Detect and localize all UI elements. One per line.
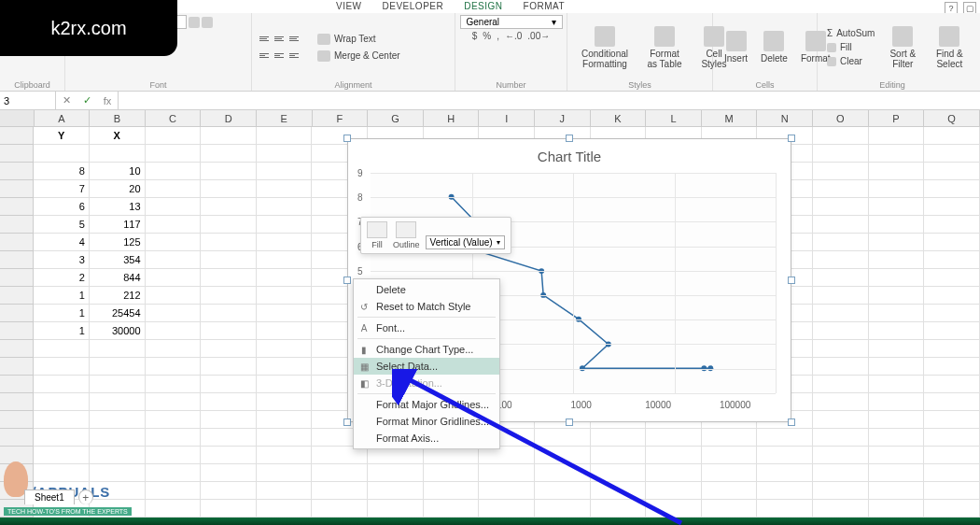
cell[interactable] — [924, 287, 980, 305]
cell[interactable] — [146, 251, 202, 269]
cell[interactable] — [146, 127, 202, 145]
cell[interactable] — [869, 180, 925, 198]
increase-font-icon[interactable] — [189, 17, 200, 28]
cell[interactable] — [201, 251, 257, 269]
cell[interactable] — [702, 482, 758, 500]
cell[interactable] — [924, 180, 980, 198]
cell[interactable] — [757, 429, 813, 447]
row-header[interactable] — [0, 163, 34, 180]
cell[interactable] — [702, 500, 758, 518]
cell[interactable] — [90, 376, 146, 393]
cell[interactable] — [424, 464, 480, 482]
cell[interactable] — [201, 447, 257, 464]
ctx-change-chart-type[interactable]: ▮Change Chart Type... — [354, 341, 499, 358]
cell[interactable]: 2 — [34, 269, 90, 287]
ctx-format-axis[interactable]: Format Axis... — [354, 430, 499, 447]
cell[interactable] — [146, 393, 202, 411]
autosum-button[interactable]: ΣAutoSum — [825, 27, 876, 39]
cell[interactable] — [869, 482, 925, 500]
align-left-icon[interactable] — [259, 50, 273, 63]
decrease-font-icon[interactable] — [202, 17, 213, 28]
cell[interactable] — [201, 198, 257, 216]
cell[interactable] — [257, 287, 313, 305]
cell[interactable] — [924, 411, 980, 429]
cell[interactable] — [312, 464, 368, 482]
cell[interactable] — [813, 145, 869, 163]
cell[interactable]: X — [90, 127, 146, 145]
ctx-font[interactable]: AFont... — [354, 319, 499, 336]
cell[interactable] — [924, 447, 980, 464]
cell[interactable] — [924, 464, 980, 482]
cell[interactable] — [924, 376, 980, 393]
cell[interactable] — [757, 464, 813, 482]
cell[interactable] — [924, 500, 980, 518]
cell[interactable] — [257, 340, 313, 358]
cell[interactable]: 6 — [34, 198, 90, 216]
col-header[interactable]: M — [702, 110, 758, 126]
cell[interactable] — [424, 482, 480, 500]
inc-dec-icon[interactable]: ←.0 — [505, 31, 522, 41]
cell[interactable]: 1 — [34, 322, 90, 340]
cell[interactable] — [146, 305, 202, 322]
cell[interactable] — [257, 464, 313, 482]
cell[interactable] — [90, 393, 146, 411]
cell[interactable] — [813, 163, 869, 180]
ctx-select-data[interactable]: ▦Select Data... — [354, 358, 499, 375]
outline-popup-button[interactable]: Outline — [393, 221, 420, 249]
cell[interactable] — [201, 234, 257, 251]
cell[interactable]: 5 — [34, 216, 90, 234]
cell[interactable] — [90, 340, 146, 358]
cell[interactable] — [869, 269, 925, 287]
cell[interactable] — [257, 393, 313, 411]
cell[interactable] — [924, 393, 980, 411]
cell[interactable] — [201, 376, 257, 393]
cell[interactable] — [312, 500, 368, 518]
cell[interactable] — [869, 429, 925, 447]
cell[interactable] — [146, 180, 202, 198]
row-header[interactable] — [0, 358, 34, 376]
ctx-format-minor-gridlines[interactable]: Format Minor Gridlines... — [354, 413, 499, 430]
cell[interactable] — [479, 482, 535, 500]
cell[interactable] — [757, 500, 813, 518]
cell[interactable] — [924, 322, 980, 340]
cell[interactable] — [146, 145, 202, 163]
col-header[interactable]: N — [757, 110, 813, 126]
cancel-icon[interactable]: ✕ — [56, 94, 77, 106]
cell[interactable] — [201, 145, 257, 163]
cell[interactable] — [146, 163, 202, 180]
align-bottom-icon[interactable] — [289, 33, 302, 46]
cell[interactable]: 25454 — [90, 305, 146, 322]
cell[interactable] — [257, 411, 313, 429]
row-header[interactable] — [0, 251, 34, 269]
col-header[interactable]: D — [201, 110, 257, 126]
cell[interactable] — [924, 198, 980, 216]
cell[interactable] — [201, 216, 257, 234]
fill-button[interactable]: Fill — [825, 41, 876, 53]
cell[interactable] — [257, 447, 313, 464]
cell[interactable] — [201, 411, 257, 429]
col-header[interactable]: P — [869, 110, 925, 126]
cell[interactable] — [34, 411, 90, 429]
cell[interactable] — [869, 287, 925, 305]
cell[interactable] — [869, 411, 925, 429]
col-header[interactable]: K — [591, 110, 647, 126]
cell[interactable] — [201, 393, 257, 411]
cell[interactable] — [813, 464, 869, 482]
cell[interactable] — [201, 358, 257, 376]
format-as-table-button[interactable]: Format as Table — [640, 22, 689, 73]
cell[interactable] — [479, 500, 535, 518]
cell[interactable] — [757, 482, 813, 500]
col-header[interactable]: G — [368, 110, 424, 126]
cell[interactable] — [201, 180, 257, 198]
cell[interactable] — [146, 411, 202, 429]
cell[interactable] — [646, 464, 702, 482]
cell[interactable] — [869, 500, 925, 518]
row-header[interactable] — [0, 340, 34, 358]
col-header[interactable]: O — [813, 110, 869, 126]
cell[interactable]: 10 — [90, 163, 146, 180]
cell[interactable] — [813, 393, 869, 411]
cell[interactable] — [813, 411, 869, 429]
select-all-corner[interactable] — [0, 110, 35, 126]
cell[interactable] — [924, 163, 980, 180]
resize-handle[interactable] — [343, 277, 351, 284]
